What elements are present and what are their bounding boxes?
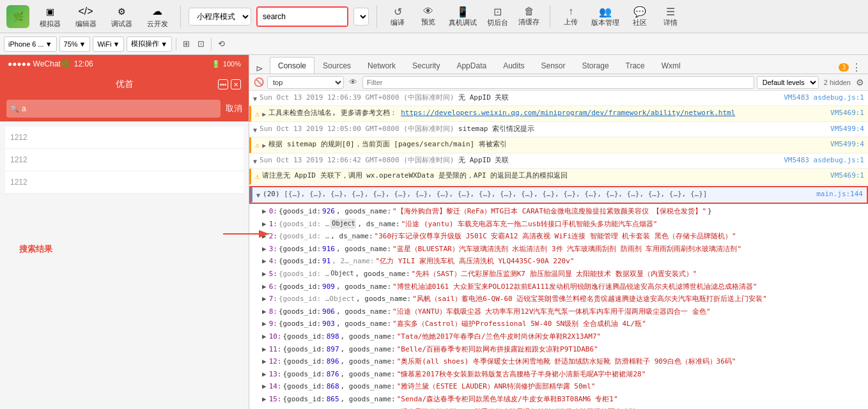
t2-separator-2 bbox=[211, 38, 212, 50]
tab-console[interactable]: Console bbox=[270, 57, 314, 73]
operation-label: 模拟操作 bbox=[131, 39, 159, 49]
network-label: WiFi bbox=[97, 40, 111, 48]
community-icon: 💬 bbox=[633, 6, 646, 18]
tree-root-expand[interactable]: ▼ bbox=[256, 190, 260, 200]
real-machine-button[interactable]: 📱 真机调试 bbox=[446, 3, 479, 31]
clear-label: 清缓存 bbox=[518, 17, 539, 27]
operation-select-btn[interactable]: 模拟操作 ▼ bbox=[127, 36, 172, 52]
clear-console-button[interactable]: 🚫 bbox=[253, 77, 265, 88]
simulator-button[interactable]: ▣ 模拟器 bbox=[35, 3, 65, 31]
version-button[interactable]: 👥 版本管理 bbox=[589, 3, 622, 31]
cut-button[interactable]: ⊡ 切后台 bbox=[484, 3, 511, 31]
more-icon[interactable]: ••• bbox=[218, 79, 228, 89]
log-source[interactable]: VM5469:1 bbox=[830, 171, 864, 181]
eye-icon[interactable]: 👁 bbox=[346, 77, 360, 87]
tree-item-10[interactable]: ▶ 10: {goods_id: 898 , goods_name: "Tata… bbox=[249, 330, 868, 343]
expand-toggle[interactable]: ▼ bbox=[253, 125, 257, 135]
expand-toggle[interactable]: ▶ bbox=[262, 109, 266, 119]
tree-item-7[interactable]: ▶ 7: {goods_id: …Object , goods_name: "风… bbox=[249, 293, 868, 305]
tab-wxml[interactable]: Wxml bbox=[653, 57, 689, 73]
app-logo: 🌿 bbox=[6, 5, 29, 28]
tree-item-9[interactable]: ▶ 9: {goods_id: 903 , goods_name: "嘉实多（C… bbox=[249, 318, 868, 330]
clear-button[interactable]: 🗑 清缓存 bbox=[516, 3, 542, 31]
tab-sensor[interactable]: Sensor bbox=[533, 57, 574, 73]
tab-appdata[interactable]: AppData bbox=[448, 57, 495, 73]
expand-icon[interactable]: ⊡ bbox=[195, 38, 207, 50]
editor-button[interactable]: </> 编辑器 bbox=[70, 3, 101, 31]
tree-item-16[interactable]: ▶ 16: {goods_id: 863 , goods_name: "强人男鞋… bbox=[249, 406, 868, 410]
log-source-main[interactable]: main.js:144 bbox=[816, 189, 863, 200]
tab-trace[interactable]: Trace bbox=[617, 57, 653, 73]
tab-network[interactable]: Network bbox=[359, 57, 404, 73]
tree-item-3[interactable]: ▶ 3: {goods_id: 916 , goods_name: "蓝星（BL… bbox=[249, 243, 868, 256]
tree-item-6[interactable]: ▶ 6: {goods_id: 909 , goods_name: "博世机油滤… bbox=[249, 281, 868, 293]
separator-3 bbox=[550, 5, 550, 28]
tree-item-1[interactable]: ▶ 1: {goods_id: … Object , ds_name: "沿途 … bbox=[249, 218, 868, 231]
log-source[interactable]: VM5483 asdebug.js:1 bbox=[784, 155, 864, 166]
cloud-button[interactable]: ☁ 云开发 bbox=[142, 3, 173, 31]
filter-input[interactable] bbox=[362, 76, 754, 89]
expand-toggle[interactable]: ▼ bbox=[253, 157, 257, 166]
warning-count-badge: 3 bbox=[839, 63, 849, 72]
tree-item-0[interactable]: ▶ 0: {goods_id: 926 , goods_name: "【海外购自… bbox=[249, 205, 868, 218]
compile-button[interactable]: ↺ 编译 bbox=[385, 3, 410, 31]
tab-storage[interactable]: Storage bbox=[574, 57, 617, 73]
compile-label: 编译 bbox=[391, 18, 405, 27]
settings-icon[interactable]: ⚙ bbox=[856, 77, 864, 88]
tree-item-15[interactable]: ▶ 15: {goods_id: 865 , goods_name: "Send… bbox=[249, 393, 868, 406]
search-input[interactable] bbox=[258, 8, 347, 26]
rotate-icon[interactable]: ⟲ bbox=[215, 38, 228, 50]
warning-icon: ⚠ bbox=[255, 139, 260, 151]
expand-toggle[interactable]: ▼ bbox=[253, 94, 257, 104]
close-icon[interactable]: ✕ bbox=[231, 79, 241, 89]
context-select[interactable]: top bbox=[267, 76, 344, 89]
mode-select[interactable]: 小程序模式 插件模式 bbox=[189, 8, 251, 26]
tree-item-13[interactable]: ▶ 13: {goods_id: 876 , goods_name: "慷慕蒽2… bbox=[249, 368, 868, 381]
tree-item-14[interactable]: ▶ 14: {goods_id: 868 , goods_name: "雅诗兰黛… bbox=[249, 380, 868, 393]
log-source[interactable]: VM5483 asdebug.js:1 bbox=[784, 93, 864, 104]
detail-label: 详情 bbox=[663, 18, 678, 27]
debugger-button[interactable]: ⚙ 调试器 bbox=[106, 3, 137, 31]
list-item: 1212 bbox=[5, 171, 244, 194]
battery-level: 100% bbox=[223, 60, 241, 68]
tree-item-12[interactable]: ▶ 12: {goods_id: 896 , goods_name: "奥乐斯(… bbox=[249, 355, 868, 368]
tab-sources[interactable]: Sources bbox=[314, 57, 359, 73]
community-button[interactable]: 💬 社区 bbox=[627, 3, 653, 31]
editor-icon: </> bbox=[77, 4, 95, 19]
levels-select[interactable]: Default levels Verbose Info Warnings Err… bbox=[757, 76, 819, 89]
expand-toggle[interactable]: ▶ bbox=[262, 141, 266, 150]
upload-button[interactable]: ↑ 上传 bbox=[558, 3, 584, 31]
clear-icon: 🗑 bbox=[524, 6, 534, 17]
detail-button[interactable]: ☰ 详情 bbox=[658, 3, 683, 31]
console-expand-icon[interactable]: ⊳ bbox=[252, 63, 267, 73]
log-entry-warning: ⚠ 请注意无 AppID 关联下，调用 wx.operateWXData 是受限… bbox=[249, 169, 868, 185]
tab-security[interactable]: Security bbox=[404, 57, 448, 73]
log-source[interactable]: VM5469:1 bbox=[830, 108, 864, 119]
simulator-icon: ▣ bbox=[41, 4, 59, 19]
real-machine-icon: 📱 bbox=[456, 6, 469, 18]
tree-item-11[interactable]: ▶ 11: {goods_id: 897 , goods_name: "Bell… bbox=[249, 343, 868, 356]
cut-label: 切后台 bbox=[487, 18, 508, 27]
network-select-btn[interactable]: WiFi ▼ bbox=[93, 36, 124, 52]
battery-icon: 🔋 bbox=[212, 60, 221, 68]
tree-item-2[interactable]: ▶ 2: {goods_id: … , ds_name: "360行车记录仪尊享… bbox=[249, 230, 868, 243]
tree-item-5[interactable]: ▶ 5: {goods_id: … Object , goods_name: "… bbox=[249, 268, 868, 281]
version-icon: 👥 bbox=[599, 6, 612, 18]
doc-link[interactable]: https://developers.weixin.qq.com/minipro… bbox=[401, 109, 735, 117]
log-source[interactable]: VM5499:4 bbox=[830, 139, 864, 150]
device-select-btn[interactable]: iPhone 6 ... ▼ bbox=[4, 36, 57, 52]
zoom-label: 75% bbox=[64, 40, 78, 48]
tab-audits[interactable]: Audits bbox=[495, 57, 532, 73]
log-source[interactable]: VM5499:4 bbox=[830, 124, 864, 135]
tree-item-4[interactable]: ▶ 4: {goods_id: 91 , 2…_name: "亿力 YILI 家… bbox=[249, 255, 868, 268]
tree-item-8[interactable]: ▶ 8: {goods_id: 906 , goods_name: "沿途（YA… bbox=[249, 305, 868, 318]
zoom-select-btn[interactable]: 75% ▼ bbox=[59, 36, 91, 52]
phone-search-input[interactable] bbox=[6, 100, 221, 118]
search-mode-select[interactable]: ▼ bbox=[353, 8, 369, 26]
cancel-button[interactable]: 取消 bbox=[226, 103, 242, 114]
more-options-icon[interactable]: ⋮ bbox=[851, 61, 862, 73]
resize-icon[interactable]: ⊞ bbox=[180, 38, 192, 50]
preview-button[interactable]: 👁 预览 bbox=[415, 3, 441, 31]
search-input-wrapper: 🔍 bbox=[6, 100, 221, 118]
status-right: 🔋 100% bbox=[212, 60, 241, 68]
